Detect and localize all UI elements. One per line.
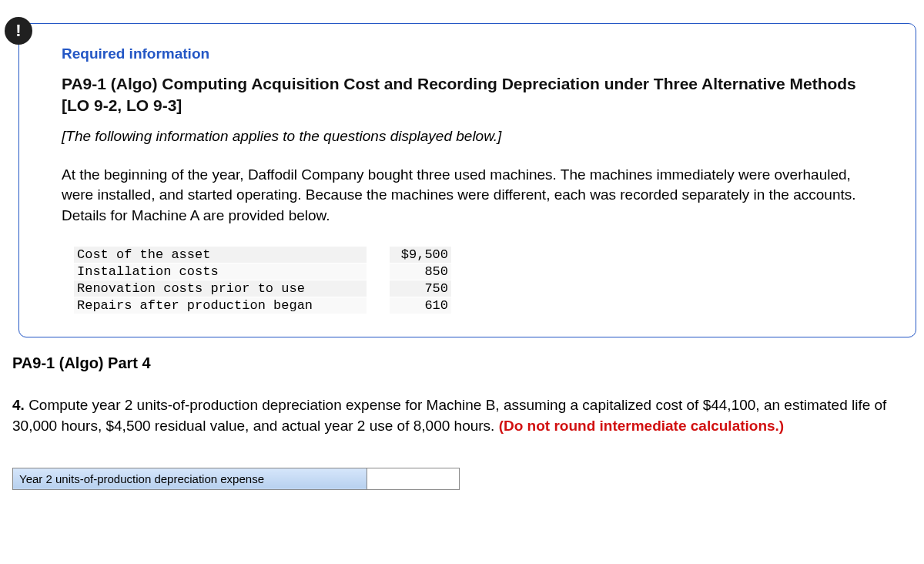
- problem-container: ! Required information PA9-1 (Algo) Comp…: [8, 23, 916, 337]
- table-row: Installation costs 850: [74, 264, 451, 280]
- question-number: 4.: [12, 397, 25, 413]
- question-warning: (Do not round intermediate calculations.…: [499, 418, 785, 434]
- cost-label: Cost of the asset: [74, 247, 367, 264]
- context-note: [The following information applies to th…: [62, 128, 885, 145]
- part-heading: PA9-1 (Algo) Part 4: [12, 354, 916, 372]
- cost-details-table: Cost of the asset $9,500 Installation co…: [74, 246, 451, 314]
- answer-input[interactable]: [367, 468, 459, 489]
- question-text: 4. Compute year 2 units-of-production de…: [12, 395, 913, 436]
- required-info-box: Required information PA9-1 (Algo) Comput…: [18, 23, 916, 337]
- alert-icon: !: [5, 17, 32, 45]
- problem-body: At the beginning of the year, Daffodil C…: [62, 165, 885, 227]
- cost-value: 610: [390, 297, 451, 314]
- answer-input-cell: [367, 468, 460, 489]
- cost-label: Repairs after production began: [74, 297, 367, 314]
- alert-icon-glyph: !: [15, 21, 21, 41]
- table-row: Cost of the asset $9,500: [74, 247, 451, 264]
- table-row: Repairs after production began 610: [74, 297, 451, 314]
- table-row: Renovation costs prior to use 750: [74, 280, 451, 297]
- cost-value: $9,500: [390, 247, 451, 264]
- cost-label: Renovation costs prior to use: [74, 280, 367, 297]
- problem-title: PA9-1 (Algo) Computing Acquisition Cost …: [62, 73, 885, 117]
- cost-value: 850: [390, 264, 451, 280]
- cost-label: Installation costs: [74, 264, 367, 280]
- cost-value: 750: [390, 280, 451, 297]
- answer-label: Year 2 units-of-production depreciation …: [13, 468, 367, 489]
- answer-table: Year 2 units-of-production depreciation …: [12, 468, 460, 490]
- required-heading: Required information: [62, 45, 885, 62]
